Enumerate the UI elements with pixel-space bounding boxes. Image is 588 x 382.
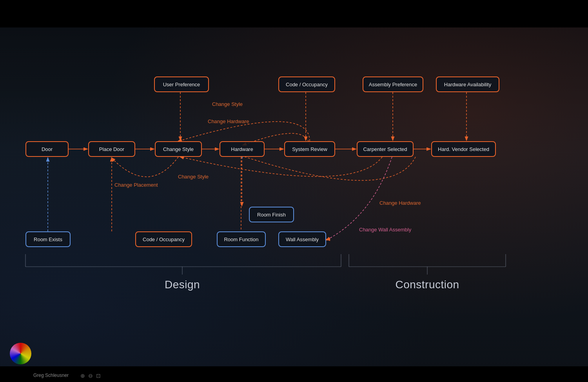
- label-change-placement: Change Placement: [114, 182, 158, 188]
- node-place-door[interactable]: Place Door: [88, 141, 135, 157]
- rainbow-decoration: [10, 343, 31, 364]
- node-hardware[interactable]: Hardware: [220, 141, 265, 157]
- zoom-in-icon[interactable]: ⊕: [80, 373, 85, 379]
- node-change-style[interactable]: Change Style: [155, 141, 202, 157]
- node-door[interactable]: Door: [25, 141, 69, 157]
- label-change-style-1: Change Style: [212, 101, 243, 107]
- label-change-wall-assembly: Change Wall Assembly: [359, 227, 411, 233]
- node-room-exists[interactable]: Room Exists: [25, 231, 71, 247]
- label-change-hardware-2: Change Hardware: [379, 200, 421, 206]
- label-change-style-2: Change Style: [178, 174, 209, 180]
- node-room-function[interactable]: Room Function: [217, 231, 266, 247]
- section-design: Design: [137, 278, 227, 291]
- bottom-icons: ⊕ ⊖ ⊡: [80, 373, 101, 379]
- node-system-review[interactable]: System Review: [284, 141, 335, 157]
- section-construction: Construction: [376, 278, 478, 291]
- node-room-finish[interactable]: Room Finish: [249, 207, 294, 222]
- label-change-hardware: Change Hardware: [208, 118, 249, 124]
- top-bar: [0, 0, 588, 27]
- node-user-preference[interactable]: User Preference: [154, 76, 209, 92]
- node-wall-assembly[interactable]: Wall Assembly: [278, 231, 326, 247]
- node-code-occupancy-top[interactable]: Code / Occupancy: [278, 76, 335, 92]
- node-hardware-availability[interactable]: Hardware Availability: [436, 76, 499, 92]
- node-carpenter-selected[interactable]: Carpenter Selected: [357, 141, 414, 157]
- bottom-bar: Greg Schleusner ⊕ ⊖ ⊡: [0, 366, 588, 382]
- node-assembly-preference[interactable]: Assembly Preference: [363, 76, 423, 92]
- node-hard-vendor-selected[interactable]: Hard. Vendor Selected: [431, 141, 496, 157]
- diagram-svg: [0, 0, 588, 382]
- user-name: Greg Schleusner: [33, 373, 69, 378]
- zoom-out-icon[interactable]: ⊖: [88, 373, 93, 379]
- node-code-occupancy-bot[interactable]: Code / Occupancy: [135, 231, 192, 247]
- fit-icon[interactable]: ⊡: [96, 373, 101, 379]
